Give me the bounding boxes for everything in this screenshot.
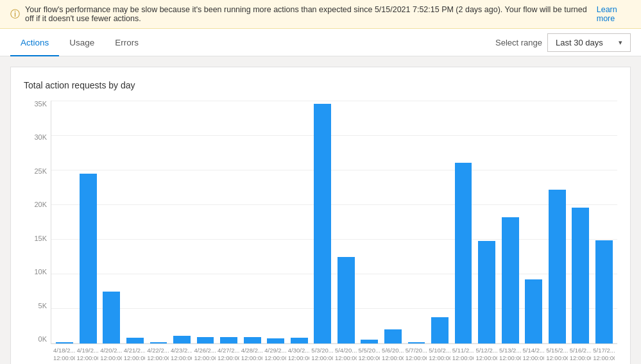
bar-col (288, 101, 310, 343)
bar-col (452, 101, 474, 343)
tab-usage[interactable]: Usage (59, 29, 105, 56)
x-axis-label: 5/5/20...12:00:00AM (359, 347, 380, 364)
bar[interactable] (244, 337, 261, 343)
x-axis-label: 5/10/2...12:00:00AM (429, 347, 450, 364)
bar-col (124, 101, 146, 343)
x-axis-label: 4/22/2...12:00:00AM (147, 347, 169, 364)
bar[interactable] (173, 336, 191, 343)
chevron-down-icon: ▾ (619, 38, 622, 47)
bar-col (359, 101, 380, 343)
x-axis-label: 5/12/2...12:00:00AM (475, 347, 497, 364)
bar-col (312, 101, 334, 343)
y-axis-label: 10K (24, 269, 51, 276)
range-label: Select range (495, 38, 542, 47)
bar[interactable] (384, 329, 402, 343)
range-selector: Select range Last 30 days ▾ (495, 33, 631, 52)
x-axis-label: 4/18/2...12:00:00AM (53, 347, 75, 364)
x-axis-label: 4/26/2...12:00:00AM (194, 347, 216, 364)
range-value: Last 30 days (556, 38, 603, 47)
x-axis-label: 5/4/20...12:00:00AM (335, 347, 357, 364)
x-axis-label: 5/14/2...12:00:00AM (523, 347, 545, 364)
bar[interactable] (314, 104, 331, 343)
x-axis-label: 5/3/20...12:00:00AM (311, 347, 333, 364)
bar-col (429, 101, 451, 343)
y-axis-label: 5K (24, 302, 51, 310)
y-axis-label: 25K (24, 168, 51, 175)
bar-col (54, 101, 76, 343)
bar-col (499, 101, 521, 343)
x-axis-label: 4/27/2...12:00:00AM (218, 347, 239, 364)
bar-col (382, 101, 404, 343)
bars-area (51, 101, 617, 344)
chart-container: Total action requests by day 0K5K10K15K2… (10, 67, 631, 364)
chart-title: Total action requests by day (24, 80, 617, 90)
bar-col (265, 101, 287, 343)
bar[interactable] (455, 163, 472, 343)
bar-col (78, 101, 99, 343)
bar-col (523, 101, 545, 343)
bar-col (218, 101, 240, 343)
bar[interactable] (502, 217, 519, 343)
bar[interactable] (197, 337, 214, 343)
y-axis-label: 0K (24, 336, 51, 343)
bar[interactable] (126, 338, 144, 343)
x-axis-label: 4/29/2...12:00:00AM (264, 347, 286, 364)
bar[interactable] (478, 241, 495, 343)
bar[interactable] (267, 338, 284, 343)
warning-banner: ⓘ Your flow's performance may be slow be… (0, 0, 641, 29)
learn-more-link[interactable]: Learn more (597, 5, 631, 23)
x-axis-label: 5/15/2...12:00:00AM (546, 347, 568, 364)
warning-icon: ⓘ (10, 8, 20, 21)
bar[interactable] (525, 279, 542, 343)
chart-area: 0K5K10K15K20K25K30K35K (24, 101, 617, 344)
bar-col (594, 101, 615, 343)
range-dropdown[interactable]: Last 30 days ▾ (547, 33, 631, 52)
x-axis-label: 4/23/2...12:00:00AM (171, 347, 192, 364)
tabs-header: Actions Usage Errors Select range Last 3… (0, 29, 641, 56)
bar-col (336, 101, 357, 343)
bar[interactable] (220, 337, 237, 343)
bar[interactable] (549, 190, 566, 343)
bar[interactable] (572, 208, 589, 343)
x-axis-label: 5/13/2...12:00:00AM (499, 347, 521, 364)
tabs-left: Actions Usage Errors (10, 29, 149, 56)
x-axis-label: 4/28/2...12:00:00AM (241, 347, 263, 364)
bar[interactable] (80, 174, 97, 343)
bar[interactable] (361, 340, 378, 343)
bar[interactable] (150, 342, 167, 343)
bar[interactable] (408, 342, 425, 343)
bar[interactable] (595, 240, 613, 343)
x-axis-label: 4/30/2...12:00:00AM (288, 347, 310, 364)
y-axis-label: 35K (24, 101, 51, 108)
x-axis-label: 5/7/20...12:00:00AM (406, 347, 427, 364)
x-labels: 4/18/2...12:00:00AM4/19/2...12:00:00AM4/… (24, 347, 617, 364)
bar-col (476, 101, 498, 343)
x-axis-label: 5/16/2...12:00:00AM (570, 347, 592, 364)
x-axis-label: 5/17/2...12:00:00AM (593, 347, 615, 364)
bar-col (148, 101, 169, 343)
x-axis-label: 4/20/2...12:00:00AM (100, 347, 122, 364)
bar-col (570, 101, 592, 343)
y-axis-label: 30K (24, 134, 51, 141)
bar-col (546, 101, 568, 343)
bar-col (406, 101, 427, 343)
bar[interactable] (56, 342, 73, 343)
x-axis-label: 4/19/2...12:00:00AM (77, 347, 99, 364)
y-axis: 0K5K10K15K20K25K30K35K (24, 101, 51, 344)
warning-text: Your flow's performance may be slow beca… (25, 5, 592, 23)
bar[interactable] (338, 257, 355, 343)
bar-col (241, 101, 263, 343)
y-axis-label: 20K (24, 201, 51, 208)
x-axis-label: 4/21/2...12:00:00AM (124, 347, 146, 364)
bar[interactable] (291, 338, 308, 343)
bar-col (101, 101, 123, 343)
tab-actions[interactable]: Actions (10, 29, 59, 56)
tab-errors[interactable]: Errors (105, 29, 149, 56)
x-axis-label: 5/6/20...12:00:00AM (382, 347, 404, 364)
bars-wrapper (51, 101, 617, 343)
bar-col (171, 101, 193, 343)
bar[interactable] (431, 317, 449, 343)
y-axis-label: 15K (24, 235, 51, 242)
bar[interactable] (103, 292, 120, 343)
bar-col (194, 101, 216, 343)
